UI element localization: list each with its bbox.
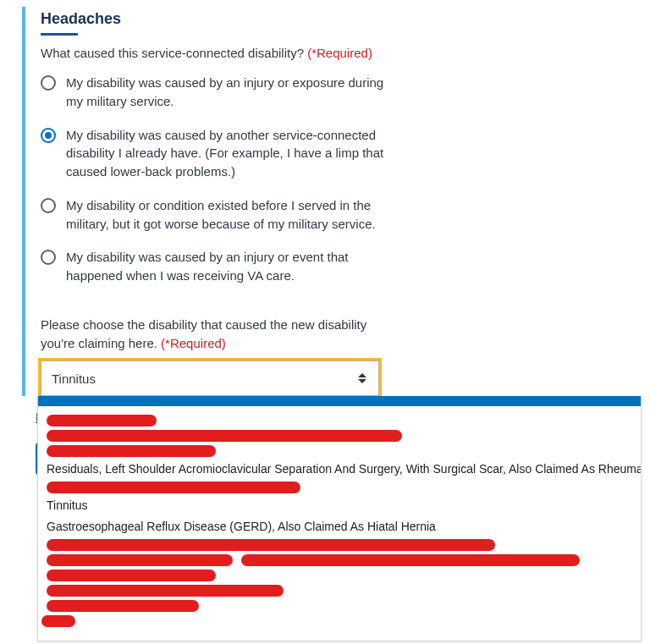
title-underline [41, 33, 78, 36]
question-text: What caused this service-connected disab… [41, 46, 304, 60]
radio-label: My disability was caused by another serv… [66, 126, 396, 181]
causing-disability-select-wrap: Tinnitus [41, 361, 379, 396]
radio-label: My disability was caused by an injury or… [66, 74, 396, 111]
redaction-icon [47, 445, 216, 457]
required-indicator: (*Required) [307, 46, 372, 60]
causing-disability-question: Please choose the disability that caused… [41, 316, 379, 353]
cause-option-va-care[interactable]: My disability was caused by an injury or… [41, 248, 396, 285]
dropdown-options-list: Residuals, Left Shoulder Acromioclavicul… [38, 406, 641, 509]
radio-label: My disability was caused by an injury or… [66, 248, 396, 285]
cause-radio-group: My disability was caused by an injury or… [41, 74, 650, 285]
dropdown-option-redacted[interactable] [47, 480, 632, 495]
dropdown-highlight-bar [38, 396, 641, 406]
radio-icon [41, 198, 56, 213]
dropdown-option-tinnitus[interactable]: Tinnitus [47, 495, 632, 509]
disability-cause-form: Headaches What caused this service-conne… [0, 0, 650, 509]
select-value: Tinnitus [52, 372, 96, 386]
dropdown-option-residuals-shoulder[interactable]: Residuals, Left Shoulder Acromioclavicul… [47, 459, 632, 480]
dropdown-option-redacted[interactable] [47, 428, 632, 443]
section-title: Headaches [41, 10, 650, 28]
radio-icon [41, 128, 56, 143]
radio-icon [41, 250, 56, 265]
cause-option-preexisting-worsened[interactable]: My disability or condition existed befor… [41, 196, 396, 234]
cause-option-secondary-disability[interactable]: My disability was caused by another serv… [41, 126, 396, 181]
cause-question: What caused this service-connected disab… [41, 46, 650, 60]
option-label: Tinnitus [47, 497, 88, 509]
radio-label: My disability or condition existed befor… [66, 196, 396, 234]
redaction-icon [47, 482, 300, 493]
dropdown-option-redacted[interactable] [47, 443, 632, 459]
disability-dropdown-panel[interactable]: Residuals, Left Shoulder Acromioclavicul… [37, 396, 642, 509]
content-region: Headaches What caused this service-conne… [22, 7, 650, 396]
redaction-icon [47, 430, 402, 442]
option-label: Residuals, Left Shoulder Acromioclavicul… [47, 460, 641, 478]
radio-icon [41, 75, 56, 91]
cause-option-injury-exposure[interactable]: My disability was caused by an injury or… [41, 74, 396, 111]
causing-disability-select[interactable]: Tinnitus [41, 361, 379, 396]
redaction-icon [47, 415, 157, 427]
required-indicator: (*Required) [161, 336, 226, 350]
dropdown-option-redacted[interactable] [47, 413, 632, 428]
